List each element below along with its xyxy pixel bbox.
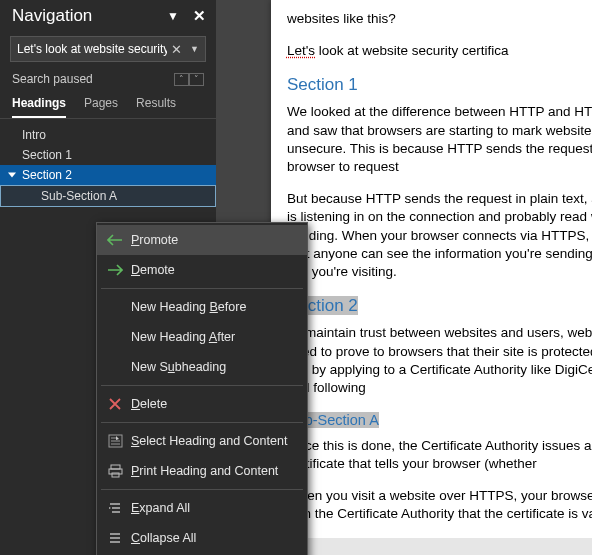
nav-title: Navigation [12, 6, 92, 26]
ctx-separator [101, 489, 303, 490]
svg-rect-1 [111, 465, 120, 469]
body-text: To maintain trust between websites and u… [287, 324, 592, 397]
ctx-print-heading-content[interactable]: Print Heading and Content [97, 456, 307, 486]
ctx-delete[interactable]: Delete [97, 389, 307, 419]
ctx-select-heading-content[interactable]: Select Heading and Content [97, 426, 307, 456]
nav-close-icon[interactable]: ✕ [193, 7, 206, 25]
doc-heading-sub-section-a: Sub-Section A [287, 411, 592, 431]
doc-heading-section-1: Section 1 [287, 74, 592, 97]
tab-pages[interactable]: Pages [84, 92, 118, 118]
doc-heading-section-2: Section 2 [287, 295, 592, 318]
select-content-icon [105, 434, 125, 448]
ctx-separator [101, 385, 303, 386]
document-page[interactable]: websites like this? Let's look at websit… [271, 0, 592, 555]
nav-search-input[interactable] [17, 42, 167, 56]
nav-paused-label: Search paused [12, 72, 93, 86]
heading-sub-section-a[interactable]: Sub-Section A [0, 185, 216, 207]
ctx-new-heading-before[interactable]: New Heading Before [97, 292, 307, 322]
promote-icon [105, 234, 125, 246]
heading-context-menu: Promote Demote New Heading Before New He… [96, 222, 308, 555]
spellcheck-word: Let's [287, 43, 315, 58]
ctx-collapse-all[interactable]: Collapse All [97, 523, 307, 553]
nav-tabs: Headings Pages Results [0, 92, 216, 119]
nav-paused-row: Search paused ˄ ˅ [0, 68, 216, 92]
body-text: When you visit a website over HTTPS, you… [287, 487, 592, 523]
nav-search-clear-icon[interactable]: ✕ [167, 42, 186, 57]
nav-options-dropdown[interactable]: ▼ [167, 9, 179, 23]
delete-icon [105, 398, 125, 410]
ctx-separator [101, 288, 303, 289]
ctx-separator [101, 422, 303, 423]
nav-prev-result-button[interactable]: ˄ [174, 73, 189, 86]
heading-section-2[interactable]: Section 2 [0, 165, 216, 185]
demote-icon [105, 264, 125, 276]
body-text: Let's look at website security certifica [287, 42, 592, 60]
ctx-new-subheading[interactable]: New Subheading [97, 352, 307, 382]
tab-results[interactable]: Results [136, 92, 176, 118]
nav-header: Navigation ▼ ✕ [0, 0, 216, 30]
tab-headings[interactable]: Headings [12, 92, 66, 118]
expand-all-icon [105, 501, 125, 515]
body-text: We looked at the difference between HTTP… [287, 103, 592, 176]
heading-intro[interactable]: Intro [0, 125, 216, 145]
print-icon [105, 464, 125, 478]
body-text: But because HTTP sends the request in pl… [287, 190, 592, 281]
body-text: websites like this? [287, 10, 592, 28]
ctx-promote[interactable]: Promote [97, 225, 307, 255]
ctx-new-heading-after[interactable]: New Heading After [97, 322, 307, 352]
heading-section-1[interactable]: Section 1 [0, 145, 216, 165]
body-text: Once this is done, the Certificate Autho… [287, 437, 592, 473]
ctx-expand-all[interactable]: Expand All [97, 493, 307, 523]
nav-search-box[interactable]: ✕ ▼ [10, 36, 206, 62]
nav-next-result-button[interactable]: ˅ [189, 73, 204, 86]
doc-footer-area [287, 538, 592, 555]
collapse-all-icon [105, 531, 125, 545]
nav-search-options-dropdown[interactable]: ▼ [186, 44, 199, 54]
ctx-demote[interactable]: Demote [97, 255, 307, 285]
